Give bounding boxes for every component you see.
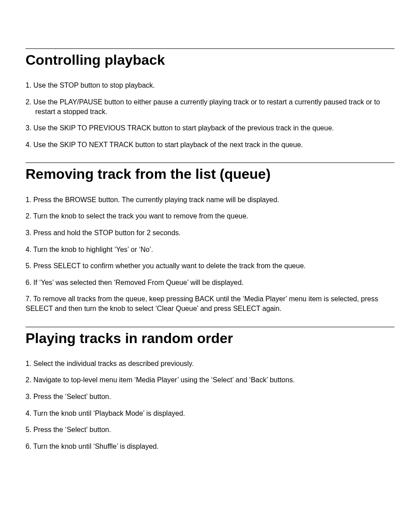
step-item: 3. Press the ‘Select’ button. <box>26 392 394 402</box>
step-item: 3. Use the SKIP TO PREVIOUS TRACK button… <box>26 123 394 133</box>
step-item: 4. Turn the knob until ‘Playback Mode’ i… <box>26 409 394 418</box>
step-item: 1. Use the STOP button to stop playback. <box>26 81 394 90</box>
step-item: 5. Press SELECT to confirm whether you a… <box>26 261 394 271</box>
step-item: 2. Turn the knob to select the track you… <box>26 211 394 221</box>
section-divider <box>26 48 394 49</box>
step-item: 1. Press the BROWSE button. The currentl… <box>26 195 394 205</box>
section-divider <box>26 163 394 163</box>
step-item: 7. To remove all tracks from the queue, … <box>26 294 394 313</box>
step-item: 6. Turn the knob until ‘Shuffle’ is disp… <box>26 442 394 451</box>
section-heading: Playing tracks in random order <box>26 330 394 347</box>
section-heading: Removing track from the list (queue) <box>26 166 394 182</box>
section-heading: Controlling playback <box>26 52 394 68</box>
step-item: 6. If ‘Yes’ was selected then ‘Removed F… <box>26 278 394 288</box>
step-item: 4. Use the SKIP TO NEXT TRACK button to … <box>26 140 394 150</box>
step-item: 1. Select the individual tracks as descr… <box>26 359 394 369</box>
section-controlling-playback: Controlling playback 1. Use the STOP but… <box>26 48 394 149</box>
document-page: Controlling playback 1. Use the STOP but… <box>0 0 420 532</box>
step-item: 5. Press the ‘Select’ button. <box>26 425 394 435</box>
step-item: 2. Navigate to top-level menu item ‘Medi… <box>26 375 394 385</box>
step-item: 4. Turn the knob to highlight ‘Yes’ or ‘… <box>26 245 394 255</box>
step-item: 2. Use the PLAY/PAUSE button to either p… <box>26 97 394 116</box>
step-item: 3. Press and hold the STOP button for 2 … <box>26 228 394 238</box>
section-divider <box>26 327 394 327</box>
section-removing-track: Removing track from the list (queue) 1. … <box>26 163 394 313</box>
section-playing-random: Playing tracks in random order 1. Select… <box>26 327 394 451</box>
